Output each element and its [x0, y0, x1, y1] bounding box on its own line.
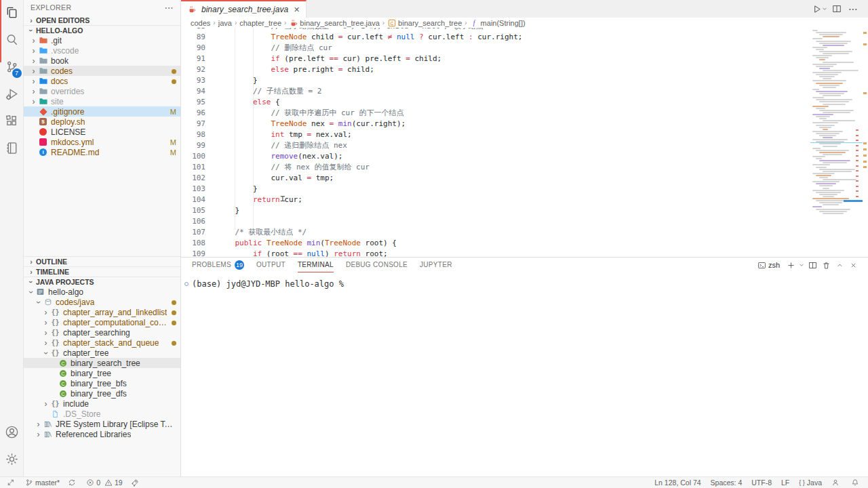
breadcrumb-item-java[interactable]: java: [218, 19, 232, 27]
tree-item-site[interactable]: ›site: [24, 96, 180, 106]
encoding[interactable]: UTF-8: [751, 477, 772, 488]
new-terminal-icon[interactable]: [784, 258, 797, 272]
tree-item-chapter-searching[interactable]: ›{}chapter_searching: [24, 327, 180, 338]
minimap[interactable]: [810, 28, 863, 257]
tree-item-referenced-libraries[interactable]: ›Referenced Libraries: [24, 429, 180, 439]
open-editors-header[interactable]: › OPEN EDITORS: [24, 15, 180, 25]
tree-item-docs[interactable]: ›docs: [24, 76, 180, 86]
tree-item-deploy-sh[interactable]: $deploy.sh: [24, 117, 180, 127]
tree-item-mkdocs-yml[interactable]: mkdocs.ymlM: [24, 137, 180, 147]
overview-warning-mark: [863, 32, 867, 34]
outline-header[interactable]: › OUTLINE: [24, 256, 180, 266]
breadcrumb-item-chapter-tree[interactable]: chapter_tree: [239, 19, 281, 27]
tree-item-codes[interactable]: ›codes: [24, 66, 180, 76]
tree-item-jre-system-library-eclipse-temurin-17-17[interactable]: ›JRE System Library [Eclipse Temurin 17 …: [24, 419, 180, 429]
tree-item-binary-tree-bfs[interactable]: Cbinary_tree_bfs: [24, 378, 180, 388]
terminal-dropdown-icon[interactable]: [797, 258, 806, 272]
cursor-position[interactable]: Ln 128, Col 74: [654, 477, 701, 488]
panel-tab-debug-console[interactable]: DEBUG CONSOLE: [346, 258, 408, 272]
remote-indicator[interactable]: [7, 477, 17, 488]
overview-ruler[interactable]: [863, 28, 868, 257]
activity-bar: 7: [0, 0, 24, 476]
tree-item-chapter-tree[interactable]: ›{}chapter_tree: [24, 348, 180, 358]
breadcrumb-item-main-string[interactable]: fmain(String[]): [470, 18, 526, 27]
tree-item-chapter-array-and-linkedlist[interactable]: ›{}chapter_array_and_linkedlist: [24, 307, 180, 317]
activitybar-source-control[interactable]: 7: [0, 54, 24, 81]
explorer-more-actions-icon[interactable]: ⋯: [165, 3, 174, 13]
timeline-header[interactable]: › TIMELINE: [24, 266, 180, 277]
tree-item-overrides[interactable]: ›overrides: [24, 86, 180, 96]
tree-item-gitignore[interactable]: .gitignoreM: [24, 106, 180, 117]
breadcrumb-item-codes[interactable]: codes: [191, 19, 210, 27]
split-editor-icon[interactable]: [829, 1, 845, 17]
editor-area: binary_search_tree.java ✕ ⋯ codes›java›c…: [181, 0, 868, 476]
chevron-right-icon: ›: [34, 430, 43, 439]
indentation[interactable]: Spaces: 4: [711, 477, 743, 488]
close-panel-icon[interactable]: [846, 258, 860, 272]
breadcrumb-item-binary-search-tree[interactable]: Cbinary_search_tree: [387, 18, 462, 27]
java-projects-header[interactable]: › JAVA PROJECTS: [24, 277, 180, 287]
line-number: 105: [181, 205, 205, 216]
notifications-bell-icon[interactable]: [851, 477, 861, 488]
feedback-person-icon[interactable]: [831, 477, 842, 488]
chevron-down-icon: ›: [34, 298, 43, 306]
tree-item-codes-java[interactable]: ›codes/java: [24, 297, 180, 307]
root-folder-header[interactable]: › HELLO-ALGO: [24, 25, 180, 35]
split-terminal-icon[interactable]: [806, 258, 819, 272]
code-line: 107 /* 获取最小结点 */: [181, 227, 807, 238]
activitybar-settings[interactable]: [0, 447, 24, 474]
tree-item-license[interactable]: LICENSE: [24, 127, 180, 137]
tab-binary-search-tree[interactable]: binary_search_tree.java ✕: [181, 0, 307, 18]
tree-item-binary-search-tree[interactable]: Cbinary_search_tree: [24, 358, 180, 368]
tree-item-include[interactable]: ›{}include: [24, 399, 180, 409]
tree-item-book[interactable]: ›book: [24, 56, 180, 66]
circle-file-icon: [38, 127, 48, 137]
tree-item-hello-algo[interactable]: ›hello-algo: [24, 287, 180, 297]
activitybar-notebook[interactable]: [0, 136, 24, 163]
panel-tab-output[interactable]: OUTPUT: [256, 258, 285, 272]
panel-tab-terminal[interactable]: TERMINAL: [298, 258, 334, 272]
more-actions-icon[interactable]: ⋯: [845, 1, 861, 17]
java-status-rocket-icon[interactable]: [131, 477, 141, 488]
problems-item[interactable]: 0 19: [86, 477, 123, 488]
tree-item-ds-store[interactable]: .DS_Store: [24, 409, 180, 419]
breadcrumb-separator: ›: [465, 19, 467, 26]
language-mode[interactable]: { } Java: [799, 477, 822, 488]
explorer-title: EXPLORER: [31, 3, 71, 12]
tree-item-chapter-computational-complexity[interactable]: ›{}chapter_computational_complexity: [24, 317, 180, 327]
terminal[interactable]: (base) jyd@JYD-MBP hello-algo %: [181, 272, 868, 289]
terminal-shell-select[interactable]: zsh: [757, 261, 780, 270]
tree-item-vscode[interactable]: ›.vscode: [24, 45, 180, 56]
maximize-panel-icon[interactable]: [833, 258, 846, 272]
tree-item-readme-md[interactable]: iREADME.mdM: [24, 147, 180, 157]
activitybar-run-debug[interactable]: [0, 81, 24, 108]
activitybar-account[interactable]: [0, 420, 24, 447]
sync-icon[interactable]: [68, 477, 78, 488]
git-branch-item[interactable]: master*: [25, 477, 60, 488]
activitybar-extensions[interactable]: [0, 108, 24, 136]
code-text: // 递归删除结点 nex: [205, 140, 347, 151]
tab-bar: binary_search_tree.java ✕ ⋯: [181, 0, 868, 18]
tree-indent: [29, 138, 38, 147]
close-tab-icon[interactable]: ✕: [294, 5, 300, 14]
eol-sequence[interactable]: LF: [781, 477, 789, 488]
tree-item-label: .vscode: [51, 46, 79, 56]
kill-terminal-icon[interactable]: [819, 258, 833, 272]
breadcrumb-separator: ›: [284, 19, 286, 26]
code-line: 103 }: [181, 184, 807, 195]
tree-item-binary-tree[interactable]: Cbinary_tree: [24, 368, 180, 378]
breadcrumb-item-binary-search-tree-java[interactable]: binary_search_tree.java: [289, 18, 379, 27]
tree-item-binary-tree-dfs[interactable]: Cbinary_tree_dfs: [24, 388, 180, 399]
code-editor[interactable]: 88 // 当子结点数量 = 0 / 1 时, child = null / 该…: [181, 28, 868, 257]
tree-item-label: overrides: [51, 87, 84, 96]
tree-item-label: .gitignore: [51, 107, 84, 117]
code-text: // 获取中序遍历中 cur 的下一个结点: [205, 108, 403, 119]
activitybar-search[interactable]: [0, 27, 24, 54]
activitybar-explorer[interactable]: [0, 0, 24, 27]
panel-tab-jupyter[interactable]: JUPYTER: [420, 258, 452, 272]
pkg-file-icon: [43, 298, 53, 307]
panel-tab-problems[interactable]: PROBLEMS19: [192, 258, 244, 272]
tree-item-git[interactable]: ›.git: [24, 35, 180, 45]
run-dropdown-icon[interactable]: [821, 1, 829, 17]
tree-item-chapter-stack-and-queue[interactable]: ›{}chapter_stack_and_queue: [24, 338, 180, 348]
